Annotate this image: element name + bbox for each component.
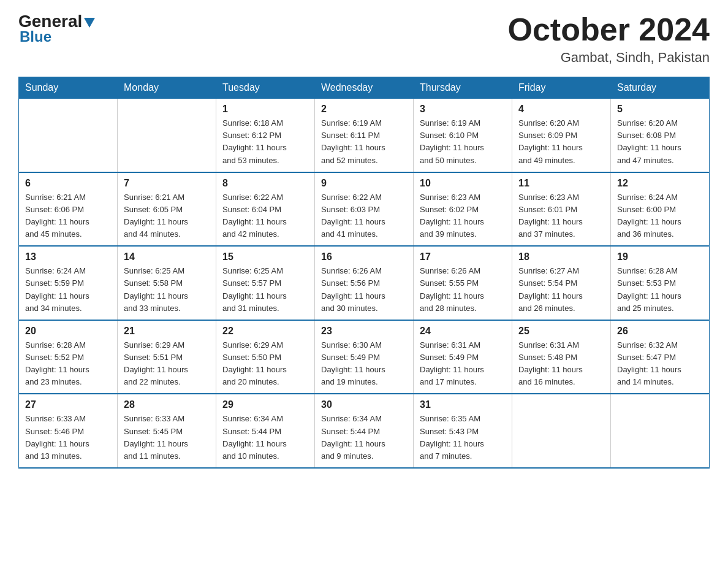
day-info: Sunrise: 6:19 AMSunset: 6:10 PMDaylight:… (420, 117, 506, 167)
calendar-cell: 24Sunrise: 6:31 AMSunset: 5:49 PMDayligh… (414, 320, 512, 394)
svg-marker-0 (84, 18, 95, 28)
day-number: 25 (518, 326, 604, 337)
calendar-week-row: 13Sunrise: 6:24 AMSunset: 5:59 PMDayligh… (19, 246, 710, 320)
day-info: Sunrise: 6:33 AMSunset: 5:46 PMDaylight:… (25, 413, 111, 462)
day-info: Sunrise: 6:29 AMSunset: 5:50 PMDaylight:… (222, 339, 308, 389)
day-number: 23 (321, 326, 407, 337)
day-number: 3 (420, 104, 506, 115)
calendar-cell: 17Sunrise: 6:26 AMSunset: 5:55 PMDayligh… (414, 246, 512, 320)
day-number: 29 (222, 399, 308, 410)
day-number: 5 (617, 104, 703, 115)
day-number: 18 (518, 251, 604, 262)
calendar-cell (118, 99, 216, 172)
day-number: 10 (420, 178, 506, 189)
day-number: 11 (518, 178, 604, 189)
calendar-cell: 19Sunrise: 6:28 AMSunset: 5:53 PMDayligh… (611, 246, 710, 320)
calendar-cell: 16Sunrise: 6:26 AMSunset: 5:56 PMDayligh… (315, 246, 414, 320)
calendar-cell: 26Sunrise: 6:32 AMSunset: 5:47 PMDayligh… (611, 320, 710, 394)
calendar-week-row: 1Sunrise: 6:18 AMSunset: 6:12 PMDaylight… (19, 99, 710, 172)
calendar-table: SundayMondayTuesdayWednesdayThursdayFrid… (18, 77, 710, 469)
calendar-cell: 27Sunrise: 6:33 AMSunset: 5:46 PMDayligh… (19, 394, 118, 468)
day-number: 13 (25, 251, 111, 262)
day-number: 6 (25, 178, 111, 189)
day-info: Sunrise: 6:21 AMSunset: 6:06 PMDaylight:… (25, 191, 111, 241)
day-number: 22 (222, 326, 308, 337)
page-header: General Blue October 2024 Gambat, Sindh,… (18, 12, 710, 66)
day-number: 14 (124, 251, 210, 262)
day-info: Sunrise: 6:23 AMSunset: 6:02 PMDaylight:… (420, 191, 506, 241)
day-info: Sunrise: 6:23 AMSunset: 6:01 PMDaylight:… (518, 191, 604, 241)
location-subtitle: Gambat, Sindh, Pakistan (508, 50, 710, 66)
calendar-cell: 12Sunrise: 6:24 AMSunset: 6:00 PMDayligh… (611, 172, 710, 247)
calendar-cell: 8Sunrise: 6:22 AMSunset: 6:04 PMDaylight… (216, 172, 315, 247)
calendar-cell: 11Sunrise: 6:23 AMSunset: 6:01 PMDayligh… (512, 172, 611, 247)
day-info: Sunrise: 6:28 AMSunset: 5:53 PMDaylight:… (617, 265, 703, 315)
day-info: Sunrise: 6:24 AMSunset: 6:00 PMDaylight:… (617, 191, 703, 241)
day-info: Sunrise: 6:27 AMSunset: 5:54 PMDaylight:… (518, 265, 604, 315)
logo-blue-text: Blue (20, 28, 51, 45)
day-number: 17 (420, 251, 506, 262)
calendar-cell: 25Sunrise: 6:31 AMSunset: 5:48 PMDayligh… (512, 320, 611, 394)
day-number: 8 (222, 178, 308, 189)
calendar-week-row: 20Sunrise: 6:28 AMSunset: 5:52 PMDayligh… (19, 320, 710, 394)
weekday-header-sunday: Sunday (19, 77, 118, 99)
day-number: 20 (25, 326, 111, 337)
calendar-cell: 30Sunrise: 6:34 AMSunset: 5:44 PMDayligh… (315, 394, 414, 468)
day-info: Sunrise: 6:31 AMSunset: 5:49 PMDaylight:… (420, 339, 506, 389)
day-number: 26 (617, 326, 703, 337)
calendar-cell: 5Sunrise: 6:20 AMSunset: 6:08 PMDaylight… (611, 99, 710, 172)
calendar-cell: 7Sunrise: 6:21 AMSunset: 6:05 PMDaylight… (118, 172, 216, 247)
weekday-header-wednesday: Wednesday (315, 77, 414, 99)
day-info: Sunrise: 6:33 AMSunset: 5:45 PMDaylight:… (124, 413, 210, 462)
calendar-cell: 13Sunrise: 6:24 AMSunset: 5:59 PMDayligh… (19, 246, 118, 320)
calendar-cell: 14Sunrise: 6:25 AMSunset: 5:58 PMDayligh… (118, 246, 216, 320)
day-info: Sunrise: 6:24 AMSunset: 5:59 PMDaylight:… (25, 265, 111, 315)
day-info: Sunrise: 6:34 AMSunset: 5:44 PMDaylight:… (321, 413, 407, 462)
calendar-cell: 20Sunrise: 6:28 AMSunset: 5:52 PMDayligh… (19, 320, 118, 394)
day-number: 24 (420, 326, 506, 337)
calendar-cell: 31Sunrise: 6:35 AMSunset: 5:43 PMDayligh… (414, 394, 512, 468)
day-info: Sunrise: 6:25 AMSunset: 5:57 PMDaylight:… (222, 265, 308, 315)
calendar-cell: 23Sunrise: 6:30 AMSunset: 5:49 PMDayligh… (315, 320, 414, 394)
day-number: 21 (124, 326, 210, 337)
title-area: October 2024 Gambat, Sindh, Pakistan (508, 12, 710, 66)
day-info: Sunrise: 6:22 AMSunset: 6:03 PMDaylight:… (321, 191, 407, 241)
day-number: 27 (25, 399, 111, 410)
logo-triangle-icon (84, 13, 95, 31)
weekday-header-row: SundayMondayTuesdayWednesdayThursdayFrid… (19, 77, 710, 99)
day-info: Sunrise: 6:30 AMSunset: 5:49 PMDaylight:… (321, 339, 407, 389)
day-number: 4 (518, 104, 604, 115)
calendar-week-row: 6Sunrise: 6:21 AMSunset: 6:06 PMDaylight… (19, 172, 710, 247)
calendar-cell: 10Sunrise: 6:23 AMSunset: 6:02 PMDayligh… (414, 172, 512, 247)
day-info: Sunrise: 6:25 AMSunset: 5:58 PMDaylight:… (124, 265, 210, 315)
day-info: Sunrise: 6:34 AMSunset: 5:44 PMDaylight:… (222, 413, 308, 462)
day-info: Sunrise: 6:32 AMSunset: 5:47 PMDaylight:… (617, 339, 703, 389)
day-info: Sunrise: 6:20 AMSunset: 6:09 PMDaylight:… (518, 117, 604, 167)
day-info: Sunrise: 6:29 AMSunset: 5:51 PMDaylight:… (124, 339, 210, 389)
calendar-cell: 28Sunrise: 6:33 AMSunset: 5:45 PMDayligh… (118, 394, 216, 468)
calendar-cell: 18Sunrise: 6:27 AMSunset: 5:54 PMDayligh… (512, 246, 611, 320)
calendar-cell (611, 394, 710, 468)
calendar-cell: 4Sunrise: 6:20 AMSunset: 6:09 PMDaylight… (512, 99, 611, 172)
weekday-header-tuesday: Tuesday (216, 77, 315, 99)
day-info: Sunrise: 6:19 AMSunset: 6:11 PMDaylight:… (321, 117, 407, 167)
calendar-cell: 1Sunrise: 6:18 AMSunset: 6:12 PMDaylight… (216, 99, 315, 172)
day-info: Sunrise: 6:26 AMSunset: 5:55 PMDaylight:… (420, 265, 506, 315)
weekday-header-thursday: Thursday (414, 77, 512, 99)
day-number: 30 (321, 399, 407, 410)
day-number: 9 (321, 178, 407, 189)
day-number: 1 (222, 104, 308, 115)
calendar-cell: 29Sunrise: 6:34 AMSunset: 5:44 PMDayligh… (216, 394, 315, 468)
day-number: 7 (124, 178, 210, 189)
day-info: Sunrise: 6:31 AMSunset: 5:48 PMDaylight:… (518, 339, 604, 389)
logo-general-text: General (18, 13, 82, 30)
calendar-cell: 9Sunrise: 6:22 AMSunset: 6:03 PMDaylight… (315, 172, 414, 247)
day-number: 16 (321, 251, 407, 262)
weekday-header-friday: Friday (512, 77, 611, 99)
day-info: Sunrise: 6:21 AMSunset: 6:05 PMDaylight:… (124, 191, 210, 241)
calendar-cell: 3Sunrise: 6:19 AMSunset: 6:10 PMDaylight… (414, 99, 512, 172)
calendar-cell: 15Sunrise: 6:25 AMSunset: 5:57 PMDayligh… (216, 246, 315, 320)
calendar-week-row: 27Sunrise: 6:33 AMSunset: 5:46 PMDayligh… (19, 394, 710, 468)
day-info: Sunrise: 6:22 AMSunset: 6:04 PMDaylight:… (222, 191, 308, 241)
month-title: October 2024 (508, 12, 710, 47)
